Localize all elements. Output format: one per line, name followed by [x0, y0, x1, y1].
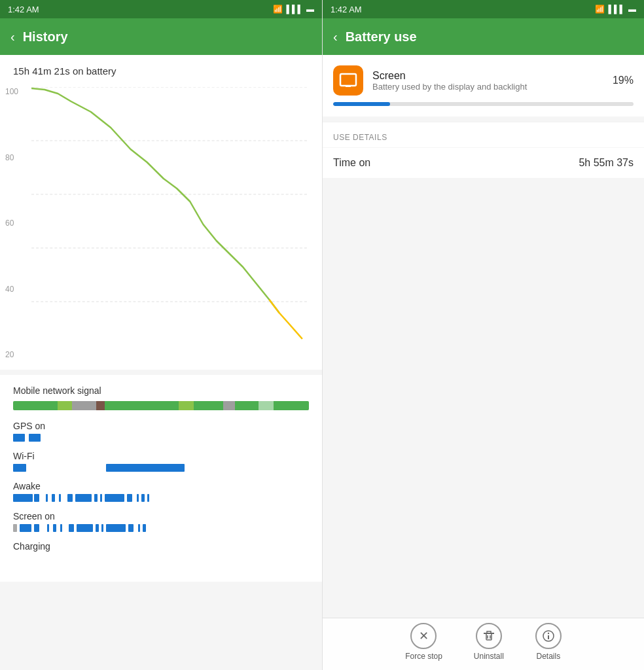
right-back-button[interactable]: ‹: [333, 29, 338, 44]
left-wifi-icon: 📶: [273, 5, 283, 14]
svg-rect-7: [486, 633, 492, 640]
right-battery-icon: ▬: [628, 5, 636, 14]
time-on-value: 5h 55m 37s: [579, 157, 634, 169]
screen-app-icon: [333, 65, 363, 96]
left-toolbar: ‹ History: [0, 18, 322, 55]
right-status-icons: 📶 ▌▌▌ ▬: [595, 5, 636, 14]
y-label-20: 20: [5, 350, 18, 359]
left-content: 15h 41m 21s on battery 100 80 60 40 20: [0, 55, 322, 670]
mobile-network-label: Mobile network signal: [13, 385, 309, 396]
screen-progress-fill: [333, 102, 390, 106]
y-label-60: 60: [5, 219, 18, 228]
charging-bars: [13, 554, 309, 562]
svg-rect-6: [346, 86, 351, 87]
screen-header: Screen Battery used by the display and b…: [333, 65, 634, 96]
details-icon: [535, 623, 562, 649]
y-label-80: 80: [5, 153, 18, 162]
details-label: Details: [537, 652, 561, 661]
left-time: 1:42 AM: [8, 5, 39, 14]
left-panel: 1:42 AM 📶 ▌▌▌ ▬ ‹ History 15h 41m 21s on…: [0, 0, 322, 670]
left-signal-icon: ▌▌▌: [286, 5, 303, 14]
screen-percent: 19%: [613, 75, 634, 86]
left-battery-icon: ▬: [306, 5, 314, 14]
gps-row: GPS on: [13, 421, 309, 442]
time-on-label: Time on: [333, 157, 370, 169]
details-button[interactable]: Details: [535, 623, 562, 661]
battery-chart: 100 80 60 40 20: [0, 82, 322, 370]
right-content: Screen Battery used by the display and b…: [323, 55, 644, 618]
gps-bars: [13, 434, 309, 442]
svg-rect-5: [340, 74, 356, 86]
use-details-label: USE DETAILS: [323, 122, 644, 147]
chart-y-labels: 100 80 60 40 20: [5, 87, 18, 359]
uninstall-button[interactable]: Uninstall: [474, 623, 504, 661]
wifi-bars: [13, 464, 309, 472]
screen-title: Screen: [372, 70, 527, 82]
right-toolbar-title: Battery use: [346, 29, 417, 44]
uninstall-icon: [476, 623, 502, 649]
force-stop-icon: ✕: [410, 623, 437, 649]
screen-on-row: Screen on: [13, 511, 309, 532]
awake-bars: [13, 494, 309, 502]
svg-point-12: [548, 632, 549, 633]
mobile-network-row: Mobile network signal: [13, 385, 309, 410]
screen-on-bars: [13, 524, 309, 532]
right-panel: 1:42 AM 📶 ▌▌▌ ▬ ‹ Battery use: [322, 0, 644, 670]
charging-row: Charging: [13, 541, 309, 562]
wifi-row: Wi-Fi: [13, 451, 309, 472]
y-label-100: 100: [5, 87, 18, 96]
screen-icon-title: Screen Battery used by the display and b…: [333, 65, 527, 96]
charging-label: Charging: [13, 541, 309, 552]
screen-on-label: Screen on: [13, 511, 309, 521]
gps-label: GPS on: [13, 421, 309, 431]
screen-card: Screen Battery used by the display and b…: [323, 55, 644, 116]
bottom-action-bar: ✕ Force stop Uninstall: [323, 618, 644, 670]
network-section: Mobile network signal GPS on: [0, 375, 322, 582]
screen-progress-bar: [333, 102, 634, 106]
wifi-label: Wi-Fi: [13, 451, 309, 461]
screen-title-desc: Screen Battery used by the display and b…: [372, 70, 527, 92]
right-status-bar: 1:42 AM 📶 ▌▌▌ ▬: [323, 0, 644, 18]
force-stop-label: Force stop: [405, 652, 442, 661]
awake-row: Awake: [13, 481, 309, 502]
left-back-button[interactable]: ‹: [10, 29, 15, 44]
right-signal-icon: ▌▌▌: [608, 5, 625, 14]
battery-line-chart: [31, 87, 309, 355]
left-status-bar: 1:42 AM 📶 ▌▌▌ ▬: [0, 0, 322, 18]
force-stop-button[interactable]: ✕ Force stop: [405, 623, 442, 661]
force-stop-close-icon: ✕: [419, 629, 429, 643]
battery-duration-text: 15h 41m 21s on battery: [13, 65, 116, 77]
right-time: 1:42 AM: [331, 5, 362, 14]
left-status-icons: 📶 ▌▌▌ ▬: [273, 5, 314, 14]
screen-desc: Battery used by the display and backligh…: [372, 82, 527, 92]
awake-label: Awake: [13, 481, 309, 491]
battery-duration: 15h 41m 21s on battery: [0, 55, 322, 82]
left-toolbar-title: History: [23, 29, 68, 44]
time-on-row: Time on 5h 55m 37s: [323, 147, 644, 178]
y-label-40: 40: [5, 285, 18, 294]
right-toolbar: ‹ Battery use: [323, 18, 644, 55]
mobile-network-bar: [13, 401, 309, 410]
uninstall-label: Uninstall: [474, 652, 504, 661]
right-wifi-icon: 📶: [595, 5, 605, 14]
